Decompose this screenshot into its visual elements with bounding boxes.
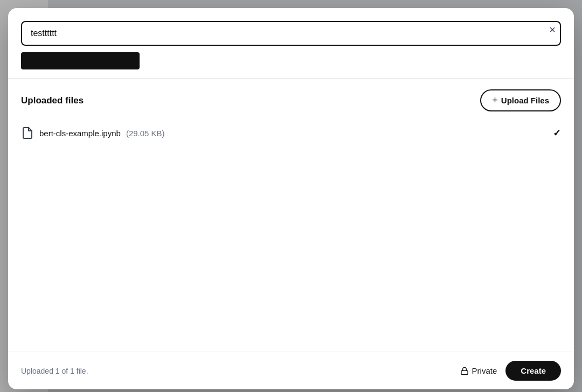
file-item-left: bert-cls-example.ipynb (29.05 KB): [21, 127, 165, 139]
redacted-content: [21, 52, 140, 69]
file-size: (29.05 KB): [126, 129, 165, 138]
file-uploaded-checkmark: ✓: [553, 127, 561, 139]
private-label: Private: [472, 366, 497, 375]
modal-body: Uploaded files + Upload Files bert-cls-e…: [8, 79, 574, 352]
modal-header: ×: [8, 8, 574, 78]
private-button[interactable]: Private: [460, 366, 497, 375]
lock-icon: [460, 367, 469, 375]
upload-files-label: Upload Files: [501, 96, 549, 105]
dataset-name-input[interactable]: [21, 21, 561, 46]
upload-status: Uploaded 1 of 1 file.: [21, 367, 88, 375]
create-dataset-modal: × Uploaded files + Upload Files bert-cls…: [8, 8, 574, 389]
files-section-title: Uploaded files: [21, 95, 84, 106]
files-header: Uploaded files + Upload Files: [21, 89, 561, 111]
create-button[interactable]: Create: [505, 361, 561, 381]
footer-actions: Private Create: [460, 361, 561, 381]
close-button[interactable]: ×: [544, 21, 561, 38]
modal-footer: Uploaded 1 of 1 file. Private Create: [8, 352, 574, 389]
file-document-icon: [21, 127, 34, 139]
file-name: bert-cls-example.ipynb: [39, 129, 121, 138]
file-item: bert-cls-example.ipynb (29.05 KB) ✓: [21, 122, 561, 144]
upload-files-button[interactable]: + Upload Files: [480, 89, 561, 111]
svg-rect-2: [461, 370, 468, 374]
plus-icon: +: [492, 95, 498, 106]
